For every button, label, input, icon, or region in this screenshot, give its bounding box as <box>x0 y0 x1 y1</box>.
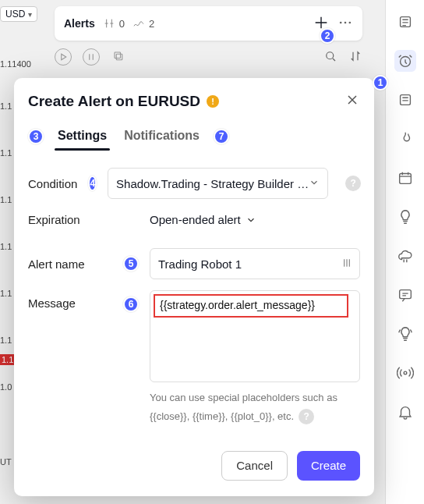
right-rail <box>385 0 424 504</box>
symbol-text: USD <box>5 9 25 20</box>
modal-header: Create Alert on EURUSD ! <box>14 78 374 118</box>
create-alert-modal: Create Alert on EURUSD ! 3 Settings Noti… <box>14 78 374 496</box>
message-hint: You can use special placeholders such as… <box>150 390 360 424</box>
help-icon[interactable]: ? <box>345 176 361 191</box>
callout-badge-7: 7 <box>214 129 229 144</box>
chevron-down-icon <box>28 9 32 20</box>
svg-point-5 <box>327 51 334 59</box>
input-alert-name[interactable]: Trading Robot 1 <box>150 248 360 279</box>
label-expiration: Expiration <box>28 213 112 226</box>
tab-notifications[interactable]: Notifications <box>121 122 203 151</box>
create-button[interactable]: Create <box>297 451 360 481</box>
svg-rect-3 <box>116 54 122 60</box>
symbol-select[interactable]: USD <box>0 6 37 22</box>
chat-icon[interactable] <box>394 284 416 306</box>
row-expiration: Expiration Open-ended alert <box>28 213 360 226</box>
cancel-button[interactable]: Cancel <box>221 451 288 481</box>
calendar-icon[interactable] <box>394 167 416 189</box>
play-icon[interactable] <box>55 48 72 66</box>
label-condition: Condition <box>28 177 77 190</box>
alerts-stat-2: 2 <box>132 17 154 30</box>
callout-badge-5: 5 <box>123 256 139 272</box>
watchlist-icon[interactable] <box>394 11 416 33</box>
warning-icon: ! <box>207 95 219 108</box>
secondary-toolbar <box>55 44 362 70</box>
textarea-message[interactable]: {{strategy.order.alert_message}} <box>150 290 360 382</box>
svg-rect-8 <box>400 95 410 105</box>
bell-icon[interactable] <box>394 401 416 423</box>
alerts-title: Alerts <box>64 17 95 30</box>
alerts-stat-1: 0 <box>103 17 125 30</box>
more-menu-button[interactable] <box>337 15 353 33</box>
news-icon[interactable] <box>394 89 416 111</box>
help-icon[interactable]: ? <box>299 409 314 424</box>
broadcast-icon[interactable] <box>394 362 416 384</box>
row-message: Message 6 {{strategy.order.alert_message… <box>28 290 360 424</box>
label-message: Message <box>28 290 112 310</box>
close-button[interactable] <box>344 92 360 110</box>
hotlist-icon[interactable] <box>394 128 416 150</box>
svg-point-11 <box>404 371 407 374</box>
alerts-bar: Alerts 0 2 <box>55 6 362 41</box>
callout-badge-4: 4 <box>88 176 97 191</box>
alerts-icon[interactable] <box>394 50 416 72</box>
modal-tabs: 3 Settings Notifications 7 <box>14 118 374 151</box>
select-condition[interactable]: Shadow.Trading - Strategy Builder … <box>108 168 328 199</box>
ideas-icon[interactable] <box>394 206 416 228</box>
callout-badge-6: 6 <box>123 296 139 312</box>
label-alert-name: Alert name <box>28 257 112 271</box>
modal-title: Create Alert on EURUSD ! <box>28 93 219 110</box>
callout-badge-2: 2 <box>320 28 335 44</box>
callout-badge-3: 3 <box>28 129 44 144</box>
expiration-dropdown[interactable]: Open-ended alert <box>150 213 256 226</box>
sort-icon[interactable] <box>348 49 362 66</box>
streams-icon[interactable] <box>394 323 416 345</box>
callout-badge-1: 1 <box>373 75 388 91</box>
row-alert-name: Alert name 5 Trading Robot 1 <box>28 248 360 279</box>
modal-body: Condition 4 Shadow.Trading - Strategy Bu… <box>14 161 374 451</box>
search-icon[interactable] <box>323 49 337 66</box>
tab-settings[interactable]: Settings <box>55 122 110 151</box>
row-condition: Condition 4 Shadow.Trading - Strategy Bu… <box>28 168 360 199</box>
placeholder-icon[interactable] <box>341 257 353 272</box>
svg-rect-10 <box>399 290 411 299</box>
chevron-down-icon <box>309 177 320 190</box>
svg-point-1 <box>344 21 347 23</box>
pause-icon[interactable] <box>83 48 100 66</box>
copy-icon[interactable] <box>111 48 128 66</box>
svg-rect-9 <box>399 174 411 184</box>
modal-footer: Cancel Create <box>14 451 374 496</box>
svg-point-0 <box>340 21 342 23</box>
svg-point-2 <box>349 21 352 23</box>
cloud-icon[interactable] <box>394 245 416 267</box>
svg-rect-4 <box>115 52 121 59</box>
